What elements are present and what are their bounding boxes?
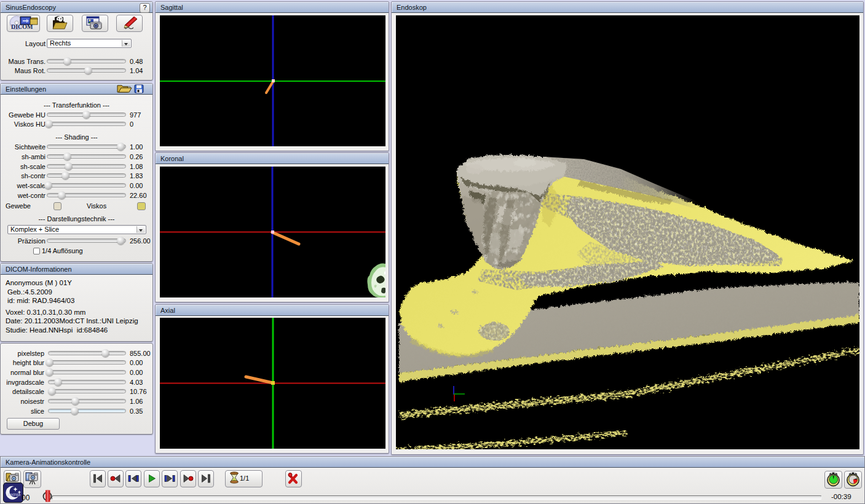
svg-text:luxinia: luxinia [7,492,20,497]
svg-text:1/1: 1/1 [240,474,249,482]
svg-text:DICOM: DICOM [11,23,33,30]
